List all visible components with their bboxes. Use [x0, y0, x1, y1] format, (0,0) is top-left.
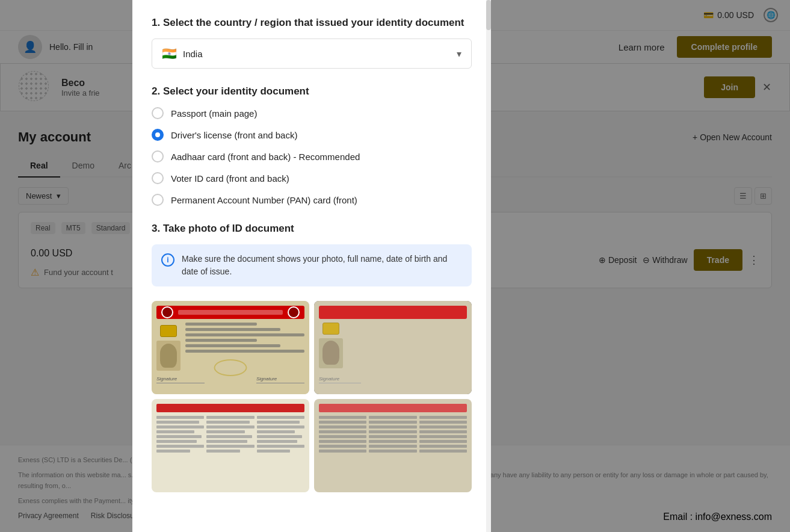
dl-line-1: [185, 323, 257, 326]
dl-back-sig-area: Signature: [319, 376, 467, 383]
radio-pan[interactable]: Permanent Account Number (PAN) card (fro…: [152, 194, 472, 206]
radio-drivers-license-label: Driver's license (front and back): [171, 130, 297, 140]
radio-drivers-license[interactable]: Driver's license (front and back): [152, 129, 472, 141]
dl-cell: [206, 435, 252, 438]
info-box: i Make sure the document shows your phot…: [152, 244, 472, 286]
dl-emblem-right: [288, 306, 300, 318]
dl-sig-line-right: [256, 383, 304, 383]
radio-passport[interactable]: Passport (main page): [152, 107, 472, 119]
dl-back-col-3: [419, 416, 467, 453]
radio-aadhaar[interactable]: Aadhaar card (front and back) - Recommen…: [152, 150, 472, 162]
dl-back-cell: [419, 425, 467, 428]
radio-passport-label: Passport (main page): [171, 108, 257, 119]
dl-line-4: [185, 339, 257, 342]
dl-cell: [257, 430, 295, 433]
dl-cell: [257, 445, 304, 448]
dl-back-cell: [369, 430, 416, 433]
dl-chip: [160, 325, 177, 337]
radio-drivers-license-circle: [152, 129, 164, 141]
id-card-back-bottom[interactable]: [314, 399, 472, 492]
dl-sig-left: Signature: [156, 376, 205, 382]
dl-cell: [156, 430, 194, 433]
dl-back-person: [322, 341, 339, 365]
radio-voter[interactable]: Voter ID card (front and back): [152, 172, 472, 184]
dl-back-cell: [419, 445, 467, 448]
dl-cell: [257, 421, 300, 424]
dl-table-col-3: [257, 416, 304, 453]
country-dropdown-left: 🇮🇳 India: [162, 46, 203, 61]
dl-cell: [156, 435, 202, 438]
identity-document-modal: 1. Select the country / region that issu…: [132, 0, 491, 532]
dl-back-body: [319, 323, 467, 368]
step2-title: 2. Select your identity document: [152, 85, 472, 97]
dl-back-cell: [419, 430, 467, 433]
dl-back-cell: [419, 440, 467, 443]
dl-cell: [206, 421, 249, 424]
dl-cell: [257, 416, 304, 419]
dl-back-cell: [369, 421, 416, 424]
dl-back-table-card: [314, 399, 472, 492]
dl-back-image: Signature: [314, 301, 472, 394]
modal-scrollbar-thumb[interactable]: [486, 0, 491, 30]
country-dropdown[interactable]: 🇮🇳 India ▾: [152, 39, 472, 69]
dl-back-sig-text: Signature: [319, 376, 361, 382]
step1-title: 1. Select the country / region that issu…: [152, 17, 472, 29]
dl-cell: [206, 445, 254, 448]
country-name: India: [183, 49, 203, 59]
dl-back-cell: [369, 435, 416, 438]
dl-back-cell: [419, 416, 467, 419]
country-flag: 🇮🇳: [162, 46, 177, 61]
dl-back-cell: [369, 445, 416, 448]
dl-line-3: [185, 333, 304, 336]
step3-title: 3. Take photo of ID document: [152, 223, 472, 235]
dl-cell: [257, 435, 302, 438]
id-cards-grid: Signature Signature: [152, 301, 472, 492]
dl-watermark: [214, 359, 247, 376]
dl-sig-right: Signature: [256, 376, 304, 382]
dl-cell: [206, 425, 254, 428]
chevron-down-icon: ▾: [457, 48, 461, 60]
radio-aadhaar-label: Aadhaar card (front and back) - Recommen…: [171, 152, 360, 162]
dl-line-2: [185, 328, 280, 331]
dl-table-card: [152, 399, 309, 492]
dl-table-col-2: [206, 416, 254, 453]
dl-back-sig-line: [319, 383, 361, 383]
dl-back-cell: [369, 425, 416, 428]
dl-front-image: Signature Signature: [152, 301, 309, 394]
radio-aadhaar-circle: [152, 150, 164, 162]
dl-cell: [257, 425, 304, 428]
dl-back-cell: [369, 440, 416, 443]
dl-signature-area: Signature Signature: [156, 376, 304, 383]
id-card-back[interactable]: Signature: [314, 301, 472, 394]
radio-voter-circle: [152, 172, 164, 184]
radio-pan-label: Permanent Account Number (PAN) card (fro…: [171, 195, 357, 205]
dl-cell: [206, 440, 247, 443]
info-icon: i: [161, 253, 174, 267]
dl-back-cell: [319, 440, 366, 443]
dl-back-cell: [319, 435, 366, 438]
dl-back-chip: [322, 323, 339, 335]
dl-line-6: [185, 350, 304, 353]
dl-back-col-2: [369, 416, 416, 453]
dl-table-header: [156, 404, 304, 412]
id-card-front[interactable]: Signature Signature: [152, 301, 309, 394]
dl-emblem-left: [161, 306, 173, 318]
dl-back-table-rows: [319, 416, 467, 453]
dl-table-col-1: [156, 416, 204, 453]
dl-cell: [156, 450, 190, 453]
dl-sig-line-left: [156, 383, 205, 383]
id-card-front-bottom[interactable]: [152, 399, 309, 492]
radio-pan-circle: [152, 194, 164, 206]
dl-back-col-1: [319, 416, 366, 453]
dl-cell: [156, 421, 199, 424]
dl-photo: [156, 341, 181, 371]
dl-cell: [156, 445, 204, 448]
id-document-radio-group: Passport (main page) Driver's license (f…: [152, 107, 472, 206]
dl-back-cell: [319, 421, 366, 424]
radio-voter-label: Voter ID card (front and back): [171, 173, 289, 184]
dl-cell: [257, 440, 297, 443]
dl-cell: [257, 450, 291, 453]
dl-cell: [156, 440, 197, 443]
dl-header: [156, 306, 304, 319]
dl-cell: [156, 416, 204, 419]
